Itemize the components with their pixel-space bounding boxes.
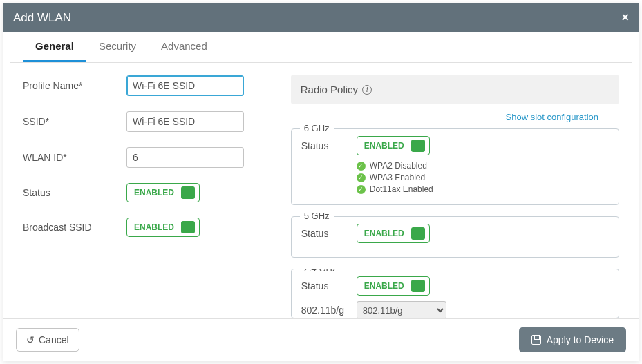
radio-policy-title: Radio Policy (301, 84, 358, 95)
profile-name-label: Profile Name* (23, 80, 126, 91)
broadcast-ssid-label: Broadcast SSID (23, 222, 126, 233)
24ghz-mode-label: 802.11b/g (301, 305, 357, 316)
24ghz-status-toggle[interactable]: ENABLED (357, 276, 430, 296)
toggle-switch-icon (411, 280, 425, 292)
6ghz-status-checks: ✓WPA2 Disabled ✓WPA3 Enabled ✓Dot11ax En… (357, 161, 609, 194)
legend-24ghz: 2.4 GHz (300, 269, 341, 274)
5ghz-status-toggle[interactable]: ENABLED (357, 224, 430, 243)
radio-policy-panel: Radio Policy i Show slot configuration 6… (285, 75, 619, 306)
undo-icon: ↺ (26, 334, 35, 345)
24ghz-status-label: Status (301, 280, 357, 291)
tab-general[interactable]: General (23, 32, 86, 62)
info-icon[interactable]: i (362, 85, 372, 95)
legend-6ghz: 6 GHz (300, 123, 334, 133)
24ghz-mode-select[interactable]: 802.11b/g (357, 301, 446, 318)
cancel-button[interactable]: ↺ Cancel (16, 328, 79, 352)
general-form: Profile Name* SSID* WLAN ID* Status ENAB… (23, 75, 285, 306)
modal-titlebar: Add WLAN × (3, 3, 639, 32)
profile-name-input[interactable] (126, 75, 244, 96)
6ghz-status-label: Status (301, 140, 357, 151)
modal-title: Add WLAN (13, 11, 71, 25)
add-wlan-modal: Add WLAN × General Security Advanced Pro… (3, 3, 639, 361)
radio-policy-header: Radio Policy i (291, 75, 619, 104)
show-slot-config-link[interactable]: Show slot configuration (506, 112, 598, 122)
check-icon: ✓ (357, 162, 366, 171)
tab-security[interactable]: Security (86, 32, 149, 62)
legend-5ghz: 5 GHz (300, 211, 334, 221)
fieldset-5ghz: 5 GHz Status ENABLED (291, 216, 619, 258)
6ghz-status-toggle[interactable]: ENABLED (357, 136, 430, 155)
tab-advanced[interactable]: Advanced (149, 32, 220, 62)
toggle-switch-icon (181, 186, 195, 199)
toggle-switch-icon (411, 140, 425, 152)
broadcast-ssid-toggle[interactable]: ENABLED (126, 218, 200, 237)
toggle-switch-icon (181, 221, 195, 233)
modal-body: Profile Name* SSID* WLAN ID* Status ENAB… (3, 63, 639, 318)
check-icon: ✓ (357, 185, 366, 194)
check-icon: ✓ (357, 173, 366, 182)
wlan-id-input[interactable] (126, 147, 244, 168)
apply-to-device-button[interactable]: Apply to Device (519, 327, 626, 352)
wlan-id-label: WLAN ID* (23, 152, 126, 163)
toggle-switch-icon (411, 227, 425, 240)
fieldset-24ghz: 2.4 GHz Status ENABLED 802.11b/g 802.11b… (291, 269, 619, 318)
close-icon[interactable]: × (621, 10, 629, 25)
status-toggle[interactable]: ENABLED (126, 183, 200, 202)
ssid-label: SSID* (23, 116, 126, 127)
status-label: Status (23, 187, 126, 198)
fieldset-6ghz: 6 GHz Status ENABLED ✓WPA2 Disabled ✓WPA… (291, 128, 619, 205)
5ghz-status-label: Status (301, 228, 357, 239)
broadcast-toggle-text: ENABLED (134, 222, 174, 232)
save-icon (531, 335, 541, 345)
tab-bar: General Security Advanced (10, 32, 632, 63)
ssid-input[interactable] (126, 111, 244, 132)
modal-footer: ↺ Cancel Apply to Device (3, 318, 639, 361)
status-toggle-text: ENABLED (134, 188, 174, 198)
